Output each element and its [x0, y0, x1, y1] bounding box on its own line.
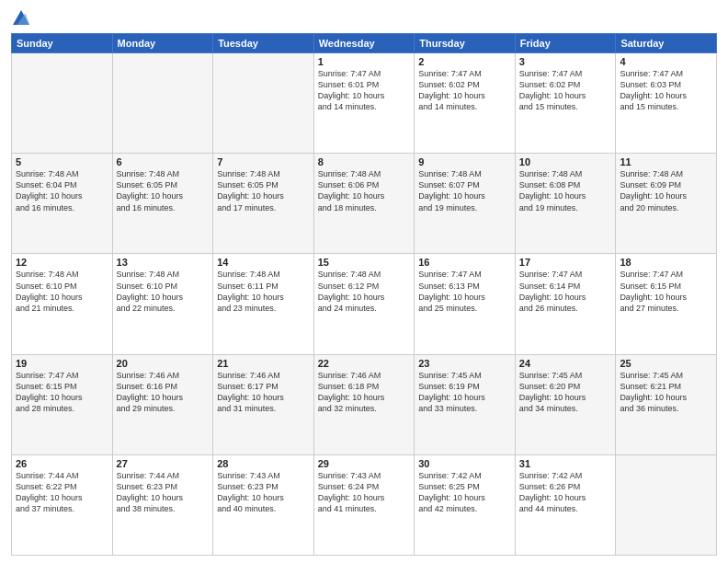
day-info: Sunrise: 7:47 AM Sunset: 6:03 PM Dayligh… [620, 68, 712, 113]
calendar-cell: 16Sunrise: 7:47 AM Sunset: 6:13 PM Dayli… [415, 254, 516, 354]
calendar-week-row-2: 5Sunrise: 7:48 AM Sunset: 6:04 PM Daylig… [12, 154, 717, 254]
calendar-cell: 10Sunrise: 7:48 AM Sunset: 6:08 PM Dayli… [515, 154, 616, 254]
day-info: Sunrise: 7:45 AM Sunset: 6:19 PM Dayligh… [418, 370, 511, 415]
day-number: 15 [318, 257, 411, 268]
calendar-cell: 24Sunrise: 7:45 AM Sunset: 6:20 PM Dayli… [515, 354, 616, 454]
day-number: 14 [217, 257, 310, 268]
calendar-cell: 21Sunrise: 7:46 AM Sunset: 6:17 PM Dayli… [213, 354, 314, 454]
calendar-cell: 4Sunrise: 7:47 AM Sunset: 6:03 PM Daylig… [616, 53, 717, 154]
day-info: Sunrise: 7:48 AM Sunset: 6:12 PM Dayligh… [318, 269, 411, 314]
day-info: Sunrise: 7:47 AM Sunset: 6:02 PM Dayligh… [418, 68, 511, 113]
day-number: 31 [519, 458, 612, 469]
calendar-cell: 1Sunrise: 7:47 AM Sunset: 6:01 PM Daylig… [313, 53, 415, 154]
weekday-header-monday: Monday [112, 34, 213, 53]
weekday-header-wednesday: Wednesday [313, 34, 415, 53]
day-number: 20 [117, 358, 210, 369]
day-number: 25 [620, 358, 712, 369]
day-info: Sunrise: 7:47 AM Sunset: 6:13 PM Dayligh… [418, 269, 511, 314]
day-number: 9 [418, 156, 511, 167]
day-info: Sunrise: 7:46 AM Sunset: 6:18 PM Dayligh… [318, 370, 411, 415]
day-info: Sunrise: 7:44 AM Sunset: 6:22 PM Dayligh… [16, 470, 108, 515]
calendar-cell: 28Sunrise: 7:43 AM Sunset: 6:23 PM Dayli… [213, 454, 314, 555]
day-number: 3 [519, 56, 612, 67]
day-number: 13 [117, 257, 210, 268]
calendar-week-row-1: 1Sunrise: 7:47 AM Sunset: 6:01 PM Daylig… [12, 53, 717, 154]
day-number: 11 [620, 156, 712, 167]
logo [11, 9, 29, 26]
calendar-week-row-4: 19Sunrise: 7:47 AM Sunset: 6:15 PM Dayli… [12, 354, 717, 454]
day-number: 1 [318, 56, 411, 67]
day-number: 6 [117, 156, 210, 167]
day-info: Sunrise: 7:46 AM Sunset: 6:17 PM Dayligh… [217, 370, 310, 415]
calendar-cell: 25Sunrise: 7:45 AM Sunset: 6:21 PM Dayli… [616, 354, 717, 454]
calendar-cell: 29Sunrise: 7:43 AM Sunset: 6:24 PM Dayli… [313, 454, 415, 555]
day-info: Sunrise: 7:47 AM Sunset: 6:01 PM Dayligh… [318, 68, 411, 113]
weekday-header-thursday: Thursday [415, 34, 516, 53]
day-number: 16 [418, 257, 511, 268]
day-number: 5 [16, 156, 108, 167]
calendar-cell: 14Sunrise: 7:48 AM Sunset: 6:11 PM Dayli… [213, 254, 314, 354]
day-info: Sunrise: 7:45 AM Sunset: 6:21 PM Dayligh… [620, 370, 712, 415]
day-info: Sunrise: 7:47 AM Sunset: 6:15 PM Dayligh… [16, 370, 108, 415]
day-info: Sunrise: 7:48 AM Sunset: 6:06 PM Dayligh… [318, 168, 411, 213]
day-number: 28 [217, 458, 310, 469]
header [11, 9, 717, 26]
calendar-cell: 8Sunrise: 7:48 AM Sunset: 6:06 PM Daylig… [313, 154, 415, 254]
page: SundayMondayTuesdayWednesdayThursdayFrid… [0, 0, 728, 563]
calendar-cell: 12Sunrise: 7:48 AM Sunset: 6:10 PM Dayli… [12, 254, 113, 354]
calendar-cell: 22Sunrise: 7:46 AM Sunset: 6:18 PM Dayli… [313, 354, 415, 454]
calendar-cell [213, 53, 314, 154]
day-info: Sunrise: 7:48 AM Sunset: 6:10 PM Dayligh… [117, 269, 210, 314]
calendar-cell [12, 53, 113, 154]
day-number: 12 [16, 257, 108, 268]
calendar-cell: 17Sunrise: 7:47 AM Sunset: 6:14 PM Dayli… [515, 254, 616, 354]
day-info: Sunrise: 7:45 AM Sunset: 6:20 PM Dayligh… [519, 370, 612, 415]
weekday-header-tuesday: Tuesday [213, 34, 314, 53]
day-number: 10 [519, 156, 612, 167]
day-info: Sunrise: 7:42 AM Sunset: 6:26 PM Dayligh… [519, 470, 612, 515]
day-info: Sunrise: 7:42 AM Sunset: 6:25 PM Dayligh… [418, 470, 511, 515]
calendar-cell [616, 454, 717, 555]
day-info: Sunrise: 7:47 AM Sunset: 6:15 PM Dayligh… [620, 269, 712, 314]
calendar-cell: 27Sunrise: 7:44 AM Sunset: 6:23 PM Dayli… [112, 454, 213, 555]
day-number: 27 [117, 458, 210, 469]
day-number: 29 [318, 458, 411, 469]
day-info: Sunrise: 7:48 AM Sunset: 6:08 PM Dayligh… [519, 168, 612, 213]
day-number: 24 [519, 358, 612, 369]
calendar-cell: 2Sunrise: 7:47 AM Sunset: 6:02 PM Daylig… [415, 53, 516, 154]
weekday-header-row: SundayMondayTuesdayWednesdayThursdayFrid… [12, 34, 717, 53]
calendar-week-row-5: 26Sunrise: 7:44 AM Sunset: 6:22 PM Dayli… [12, 454, 717, 555]
calendar-cell: 26Sunrise: 7:44 AM Sunset: 6:22 PM Dayli… [12, 454, 113, 555]
day-info: Sunrise: 7:47 AM Sunset: 6:14 PM Dayligh… [519, 269, 612, 314]
day-number: 4 [620, 56, 712, 67]
day-number: 2 [418, 56, 511, 67]
day-number: 23 [418, 358, 511, 369]
calendar-cell: 30Sunrise: 7:42 AM Sunset: 6:25 PM Dayli… [415, 454, 516, 555]
calendar-cell [112, 53, 213, 154]
day-number: 17 [519, 257, 612, 268]
calendar-cell: 19Sunrise: 7:47 AM Sunset: 6:15 PM Dayli… [12, 354, 113, 454]
day-number: 7 [217, 156, 310, 167]
calendar-cell: 13Sunrise: 7:48 AM Sunset: 6:10 PM Dayli… [112, 254, 213, 354]
day-info: Sunrise: 7:48 AM Sunset: 6:09 PM Dayligh… [620, 168, 712, 213]
logo-icon [13, 9, 29, 26]
calendar-cell: 5Sunrise: 7:48 AM Sunset: 6:04 PM Daylig… [12, 154, 113, 254]
day-number: 21 [217, 358, 310, 369]
day-info: Sunrise: 7:48 AM Sunset: 6:07 PM Dayligh… [418, 168, 511, 213]
calendar-cell: 6Sunrise: 7:48 AM Sunset: 6:05 PM Daylig… [112, 154, 213, 254]
day-number: 18 [620, 257, 712, 268]
calendar-cell: 31Sunrise: 7:42 AM Sunset: 6:26 PM Dayli… [515, 454, 616, 555]
day-info: Sunrise: 7:46 AM Sunset: 6:16 PM Dayligh… [117, 370, 210, 415]
day-info: Sunrise: 7:48 AM Sunset: 6:11 PM Dayligh… [217, 269, 310, 314]
day-info: Sunrise: 7:43 AM Sunset: 6:23 PM Dayligh… [217, 470, 310, 515]
calendar-cell: 20Sunrise: 7:46 AM Sunset: 6:16 PM Dayli… [112, 354, 213, 454]
calendar-cell: 3Sunrise: 7:47 AM Sunset: 6:02 PM Daylig… [515, 53, 616, 154]
day-info: Sunrise: 7:48 AM Sunset: 6:10 PM Dayligh… [16, 269, 108, 314]
day-info: Sunrise: 7:48 AM Sunset: 6:05 PM Dayligh… [117, 168, 210, 213]
calendar-cell: 11Sunrise: 7:48 AM Sunset: 6:09 PM Dayli… [616, 154, 717, 254]
calendar-cell: 23Sunrise: 7:45 AM Sunset: 6:19 PM Dayli… [415, 354, 516, 454]
calendar-cell: 15Sunrise: 7:48 AM Sunset: 6:12 PM Dayli… [313, 254, 415, 354]
day-number: 22 [318, 358, 411, 369]
weekday-header-sunday: Sunday [12, 34, 113, 53]
day-info: Sunrise: 7:47 AM Sunset: 6:02 PM Dayligh… [519, 68, 612, 113]
